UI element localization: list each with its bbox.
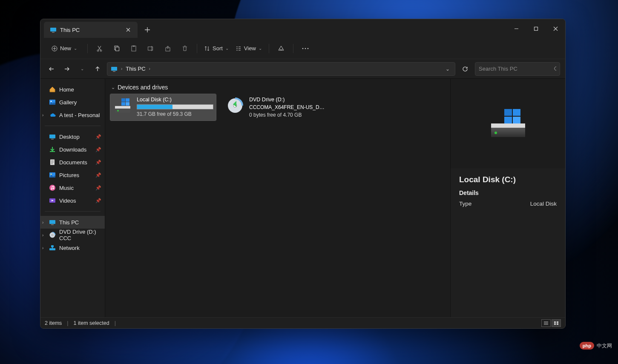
sidebar-item-thispc[interactable]: ›This PC — [40, 216, 105, 229]
sidebar-item-pictures[interactable]: Pictures📌 — [40, 169, 105, 181]
sort-icon — [204, 46, 210, 52]
sidebar-item-desktop[interactable]: Desktop📌 — [40, 130, 105, 143]
chevron-right-icon[interactable]: › — [42, 113, 43, 118]
search-box[interactable] — [475, 62, 560, 76]
arrow-right-icon — [64, 66, 70, 72]
sidebar-item-music[interactable]: Music📌 — [40, 181, 105, 194]
brand-text: 中文网 — [597, 342, 612, 350]
chevron-down-icon: ⌄ — [259, 46, 262, 51]
view-button[interactable]: View ⌄ — [233, 41, 264, 56]
pin-icon: 📌 — [95, 160, 101, 165]
cut-icon — [96, 45, 103, 52]
search-input[interactable] — [479, 66, 550, 72]
music-icon — [49, 184, 56, 191]
cut-button[interactable] — [92, 41, 107, 56]
preview-button[interactable] — [273, 41, 289, 56]
view-details-toggle[interactable] — [541, 319, 551, 327]
drive-name: Local Disk (C:) — [137, 97, 213, 103]
sidebar-item-videos[interactable]: Videos📌 — [40, 194, 105, 207]
sidebar-item-documents[interactable]: Documents📌 — [40, 156, 105, 169]
sidebar-item-gallery[interactable]: Gallery — [40, 96, 105, 109]
forward-button[interactable] — [61, 63, 73, 75]
home-icon — [49, 86, 56, 93]
sort-label: Sort — [213, 45, 223, 52]
sidebar-item-onedrive[interactable]: ›A test - Personal — [40, 109, 105, 121]
svg-rect-0 — [50, 28, 56, 32]
php-badge: php — [580, 342, 594, 350]
details-section: Details — [459, 189, 557, 196]
sidebar-item-dvd[interactable]: ›DVD Drive (D:) CCC — [40, 229, 105, 241]
delete-button[interactable] — [177, 41, 193, 56]
chevron-down-icon: ⌄ — [74, 46, 77, 51]
svg-point-27 — [53, 188, 54, 189]
pin-icon: 📌 — [95, 198, 101, 203]
details-value: Local Disk — [530, 201, 557, 207]
view-tiles-toggle[interactable] — [552, 319, 561, 327]
sidebar-item-label: Downloads — [59, 146, 86, 153]
svg-point-25 — [49, 185, 55, 191]
chevron-right-icon: › — [149, 66, 150, 71]
address-dropdown[interactable]: ⌄ — [443, 66, 452, 72]
chevron-right-icon[interactable]: › — [42, 246, 43, 250]
minimize-button[interactable] — [506, 19, 526, 38]
svg-point-13 — [305, 48, 306, 49]
chevron-right-icon[interactable]: › — [42, 220, 43, 225]
svg-rect-30 — [51, 224, 54, 225]
details-preview — [451, 79, 565, 168]
tab-close-button[interactable] — [124, 26, 132, 34]
chevron-right-icon[interactable]: › — [42, 233, 43, 238]
svg-rect-29 — [49, 220, 55, 224]
group-header[interactable]: ⌄ Devices and drives — [111, 84, 445, 91]
refresh-button[interactable] — [459, 63, 471, 75]
svg-point-26 — [51, 189, 52, 190]
svg-rect-36 — [115, 106, 130, 109]
arrow-up-icon — [95, 66, 101, 72]
sidebar-item-home[interactable]: Home — [40, 83, 105, 96]
sidebar-item-label: Pictures — [59, 172, 79, 178]
pictures-icon — [49, 172, 56, 178]
capacity-bar — [137, 104, 213, 109]
svg-rect-41 — [126, 102, 129, 106]
sidebar-item-downloads[interactable]: Downloads📌 — [40, 143, 105, 156]
chevron-right-icon: › — [121, 66, 122, 71]
back-button[interactable] — [46, 63, 57, 75]
drive-dvd[interactable]: DVD Drive (D:)CCCOMA_X64FRE_EN-US_DV90 b… — [223, 94, 328, 120]
content-area[interactable]: ⌄ Devices and drives Local Disk (C:)31.7… — [105, 79, 450, 317]
paste-button[interactable] — [126, 41, 141, 56]
rename-button[interactable] — [143, 41, 158, 56]
sidebar-item-label: Home — [59, 86, 74, 93]
drive-disk[interactable]: Local Disk (C:)31.7 GB free of 59.3 GB — [110, 94, 216, 120]
svg-rect-9 — [133, 46, 135, 47]
svg-rect-8 — [132, 46, 136, 51]
svg-point-14 — [308, 48, 309, 49]
more-button[interactable] — [298, 41, 313, 56]
divider — [269, 44, 269, 53]
new-tab-button[interactable] — [139, 22, 155, 38]
titlebar: This PC — [40, 19, 565, 38]
breadcrumb-this-pc[interactable]: This PC — [126, 66, 145, 72]
maximize-button[interactable] — [526, 19, 546, 38]
tab-this-pc[interactable]: This PC — [44, 22, 138, 38]
close-window-button[interactable] — [546, 19, 565, 38]
svg-rect-1 — [52, 32, 55, 33]
sort-button[interactable]: Sort ⌄ — [201, 41, 231, 56]
paste-icon — [130, 45, 137, 52]
recent-button[interactable]: ⌄ — [76, 63, 88, 75]
sidebar-item-network[interactable]: ›Network — [40, 241, 105, 254]
svg-rect-34 — [51, 245, 54, 247]
view-label: View — [244, 45, 256, 52]
svg-point-32 — [52, 234, 53, 235]
dvd-icon — [226, 97, 244, 115]
svg-rect-40 — [121, 102, 125, 106]
copy-button[interactable] — [109, 41, 124, 56]
arrow-left-icon — [49, 66, 55, 72]
thispc-icon — [49, 219, 56, 226]
svg-rect-49 — [513, 109, 520, 116]
new-button[interactable]: New ⌄ — [46, 41, 83, 56]
up-button[interactable] — [92, 63, 103, 75]
divider — [293, 44, 293, 53]
network-icon — [49, 244, 56, 251]
share-button[interactable] — [160, 41, 175, 56]
address-bar[interactable]: › This PC › ⌄ — [107, 62, 455, 76]
main: ⌄ Devices and drives Local Disk (C:)31.7… — [105, 79, 565, 317]
